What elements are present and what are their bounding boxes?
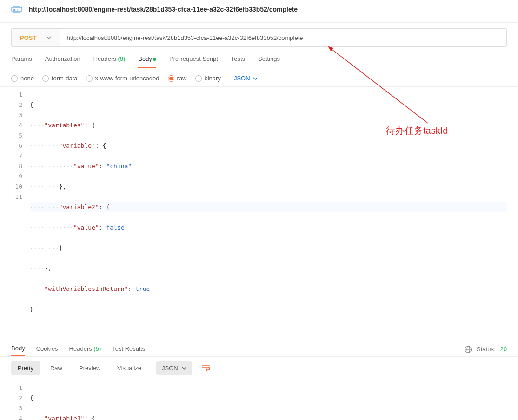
tab-body[interactable]: Body xyxy=(138,55,156,68)
radio-icon xyxy=(195,75,202,82)
response-tabs: Body Cookies Headers (5) Test Results St… xyxy=(0,340,518,357)
tab-body-label: Body xyxy=(138,55,152,62)
resp-tab-cookies[interactable]: Cookies xyxy=(36,345,58,356)
radio-binary[interactable]: binary xyxy=(195,75,221,82)
resp-tab-body[interactable]: Body xyxy=(11,345,25,356)
radio-icon xyxy=(168,75,174,82)
view-raw[interactable]: Raw xyxy=(44,361,69,375)
tab-settings[interactable]: Settings xyxy=(258,55,280,68)
request-row: POST xyxy=(11,28,507,47)
response-body-viewer[interactable]: 12345678910111213 { "variable1": { "type… xyxy=(0,380,518,420)
wrap-lines-button[interactable] xyxy=(198,361,214,375)
method-label: POST xyxy=(20,34,36,41)
tab-headers-label: Headers xyxy=(93,55,116,62)
body-format-select[interactable]: JSON xyxy=(234,75,258,82)
tab-authorization[interactable]: Authorization xyxy=(45,55,80,68)
view-visualize[interactable]: Visualize xyxy=(111,361,148,375)
line-gutter: 12345678910111213 xyxy=(11,383,30,420)
globe-icon xyxy=(465,346,472,353)
status-code: 20 xyxy=(500,346,507,353)
resp-format-label: JSON xyxy=(162,365,178,372)
body-modified-dot-icon xyxy=(153,58,156,61)
tab-headers[interactable]: Headers (8) xyxy=(93,55,126,68)
code-content: { "variable1": { "type": "String", "valu… xyxy=(30,383,507,420)
response-view-row: Pretty Raw Preview Visualize JSON xyxy=(0,357,518,380)
body-type-row: none form-data x-www-form-urlencoded raw… xyxy=(0,68,518,86)
resp-headers-label: Headers xyxy=(69,345,92,352)
radio-raw[interactable]: raw xyxy=(168,75,187,82)
response-format-select[interactable]: JSON xyxy=(156,361,192,375)
radio-form-data[interactable]: form-data xyxy=(42,75,78,82)
radio-icon xyxy=(11,75,18,82)
radio-xwww-label: x-www-form-urlencoded xyxy=(95,75,159,82)
line-gutter: 1234567891011 xyxy=(11,90,30,335)
request-title: http://localhost:8080/engine-rest/task/2… xyxy=(29,6,298,13)
request-header: HTTP http://localhost:8080/engine-rest/t… xyxy=(0,0,518,23)
wrap-icon xyxy=(202,364,210,371)
status-label: Status: xyxy=(477,346,495,353)
resp-tab-test-results[interactable]: Test Results xyxy=(112,345,145,356)
chevron-down-icon xyxy=(253,77,258,80)
radio-icon xyxy=(86,75,93,82)
radio-binary-label: binary xyxy=(205,75,221,82)
tab-tests[interactable]: Tests xyxy=(231,55,245,68)
radio-raw-label: raw xyxy=(177,75,187,82)
radio-none[interactable]: none xyxy=(11,75,34,82)
resp-tab-headers[interactable]: Headers (5) xyxy=(69,345,101,356)
chevron-down-icon xyxy=(182,367,186,370)
radio-icon xyxy=(42,75,49,82)
chevron-down-icon xyxy=(46,36,51,39)
response-status: Status: 20 xyxy=(465,346,507,356)
body-format-label: JSON xyxy=(234,75,250,82)
radio-formdata-label: form-data xyxy=(52,75,78,82)
annotation-text: 待办任务taskId xyxy=(386,125,448,137)
radio-x-www-form-urlencoded[interactable]: x-www-form-urlencoded xyxy=(86,75,159,82)
tab-params[interactable]: Params xyxy=(11,55,32,68)
headers-count: (8) xyxy=(118,55,125,62)
request-tabs: Params Authorization Headers (8) Body Pr… xyxy=(0,47,518,68)
http-icon: HTTP xyxy=(11,5,22,14)
radio-none-label: none xyxy=(20,75,34,82)
resp-headers-count: (5) xyxy=(93,345,101,352)
method-select[interactable]: POST xyxy=(12,29,60,46)
svg-text:HTTP: HTTP xyxy=(13,8,20,11)
view-preview[interactable]: Preview xyxy=(73,361,107,375)
view-pretty[interactable]: Pretty xyxy=(11,361,40,375)
tab-prerequest[interactable]: Pre-request Script xyxy=(169,55,218,68)
url-input[interactable] xyxy=(60,29,506,46)
